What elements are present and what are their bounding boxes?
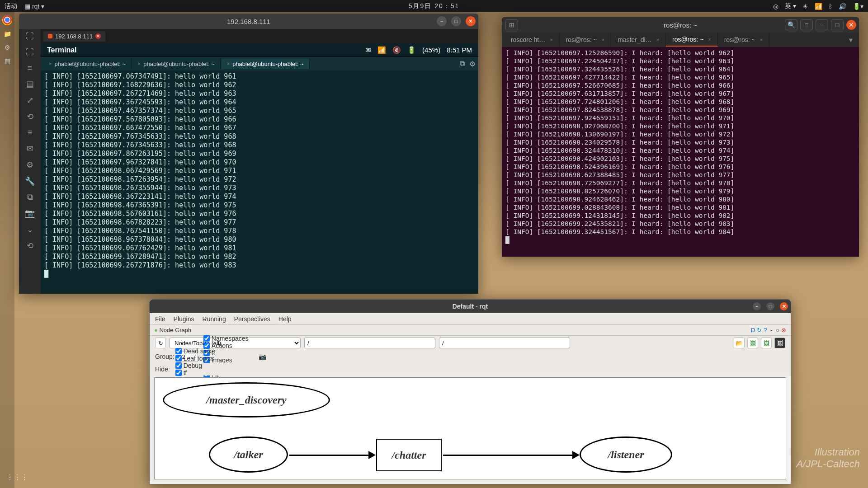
- terminal-tab[interactable]: ros@ros: ~×: [560, 33, 612, 46]
- link-icon[interactable]: ⟲: [27, 241, 33, 251]
- close-plugin-icon[interactable]: ⊗: [781, 327, 786, 333]
- minimize-button[interactable]: −: [816, 19, 828, 30]
- window-title: 192.168.8.111: [227, 18, 270, 25]
- terminal-tab[interactable]: ×phablet@ubuntu-phablet: ~: [43, 59, 132, 69]
- menu-running[interactable]: Running: [203, 315, 226, 323]
- layers-icon[interactable]: ▤: [26, 79, 34, 89]
- arrow-head-icon: [368, 451, 376, 459]
- gear-icon[interactable]: ⚙: [469, 60, 476, 68]
- close-button[interactable]: ✕: [466, 16, 476, 26]
- terminal-tabs: roscore ht…×ros@ros: ~×master_di…×ros@ro…: [502, 33, 859, 47]
- maximize-button[interactable]: □: [831, 19, 844, 30]
- terminal-output[interactable]: [ INFO] [1652100697.067347491]: hello wo…: [41, 70, 478, 294]
- wifi-icon[interactable]: 📶: [377, 46, 386, 54]
- reload-icon[interactable]: ↻: [757, 327, 762, 333]
- resize-icon[interactable]: ⤢: [27, 95, 33, 105]
- minimize-button[interactable]: −: [753, 302, 761, 310]
- new-tab-button[interactable]: ⊞: [505, 19, 518, 30]
- editor-tabs: 192.168.8.111 ✕: [41, 29, 478, 43]
- checkbox-dead-sinks[interactable]: Dead sinks: [175, 347, 219, 355]
- app-chrome[interactable]: [1, 14, 14, 27]
- copy-icon[interactable]: ⧉: [460, 60, 465, 68]
- search-button[interactable]: 🔍: [785, 19, 797, 30]
- image-icon[interactable]: 🖼: [761, 338, 772, 348]
- close-button[interactable]: ✕: [780, 302, 788, 310]
- close-tab-icon[interactable]: ✕: [95, 33, 101, 39]
- fullscreen-icon[interactable]: ⛶: [26, 47, 34, 57]
- menu-plugins[interactable]: Plugins: [174, 315, 194, 323]
- menu-perspectives[interactable]: Perspectives: [234, 315, 270, 323]
- node-talker[interactable]: /talker: [209, 436, 288, 473]
- close-button[interactable]: ✕: [846, 20, 856, 30]
- node-listener[interactable]: /listener: [580, 436, 672, 473]
- topic-chatter[interactable]: /chatter: [376, 439, 442, 471]
- d-icon[interactable]: D: [751, 327, 755, 333]
- graph-canvas[interactable]: /master_discovery /talker /chatter /list…: [154, 377, 786, 479]
- wrench-icon[interactable]: 🔧: [25, 176, 35, 186]
- input-method[interactable]: 英 ▾: [785, 2, 796, 10]
- open-icon[interactable]: 📂: [734, 338, 745, 348]
- minimize-button[interactable]: −: [437, 16, 447, 26]
- refresh-button[interactable]: ↻: [155, 338, 166, 348]
- maximize-button[interactable]: □: [451, 16, 461, 26]
- volume-mute-icon[interactable]: 🔇: [392, 46, 401, 54]
- menu-file[interactable]: File: [155, 315, 165, 323]
- titlebar[interactable]: ⊞ ros@ros: ~ 🔍 ≡ − □ ✕: [502, 17, 859, 33]
- battery-icon[interactable]: 🔋▾: [853, 3, 863, 10]
- terminal-tab[interactable]: ros@ros: ~×: [718, 33, 770, 46]
- app-item[interactable]: ⚙: [1, 41, 14, 54]
- mail-icon[interactable]: ✉: [365, 46, 371, 54]
- accessibility-icon[interactable]: ◎: [773, 3, 778, 10]
- group-label: Group:: [155, 353, 175, 360]
- copy-icon[interactable]: ⧉: [27, 192, 33, 202]
- edge-chatter-listener: [443, 455, 572, 456]
- activity-bar: ⛶ ⛶ ≡ ▤ ⤢ ⟲ ≡ ✉ ⚙ 🔧 ⧉ 📷 ⌄ ⟲: [19, 29, 41, 294]
- bluetooth-icon[interactable]: ᛒ: [829, 3, 832, 10]
- collapse-icon[interactable]: ○: [776, 327, 779, 333]
- checkbox-namespaces[interactable]: Namespaces: [203, 335, 249, 342]
- tab-label: 192.168.8.111: [55, 33, 93, 40]
- battery-icon[interactable]: 🔋: [407, 46, 416, 54]
- chevron-down-icon[interactable]: ⌄: [27, 225, 33, 235]
- app-menu[interactable]: ▦ rqt ▾: [24, 3, 44, 10]
- dark-icon[interactable]: 🖼: [774, 338, 785, 348]
- brightness-icon[interactable]: ☀: [802, 3, 808, 10]
- clock[interactable]: 5月9日 20：51: [409, 2, 460, 10]
- plugin-name: Node Graph: [159, 327, 191, 333]
- activities-button[interactable]: 活动: [5, 2, 17, 10]
- app-item[interactable]: ▦: [1, 55, 14, 67]
- maximize-button[interactable]: □: [766, 302, 774, 310]
- checkbox-leaf-topics[interactable]: Leaf topics: [175, 355, 219, 362]
- tabs-dropdown-icon[interactable]: ▾: [845, 36, 856, 44]
- menu-help[interactable]: Help: [278, 315, 292, 323]
- checkbox-tf[interactable]: tf: [175, 369, 219, 376]
- gear-icon[interactable]: ⚙: [26, 160, 33, 170]
- mail-icon[interactable]: ✉: [27, 144, 33, 154]
- show-apps-icon[interactable]: ⋮⋮⋮: [6, 473, 28, 482]
- app-item[interactable]: 📁: [1, 28, 14, 40]
- snapshot-button[interactable]: 📷: [259, 353, 266, 360]
- wifi-icon[interactable]: 📶: [815, 3, 822, 10]
- titlebar[interactable]: Default - rqt − □ ✕: [150, 300, 791, 313]
- node-master-discovery[interactable]: /master_discovery: [163, 382, 330, 418]
- node-filter-input[interactable]: [439, 338, 570, 348]
- terminal-tab[interactable]: roscore ht…×: [505, 33, 560, 46]
- menu-button[interactable]: ≡: [800, 19, 813, 30]
- terminal-tab[interactable]: ros@ros: ~×: [666, 33, 718, 47]
- save-icon[interactable]: 🖼: [747, 338, 758, 348]
- expand-icon[interactable]: ⛶: [26, 32, 34, 41]
- terminal-tab[interactable]: ×phablet@ubuntu-phablet: ~: [132, 59, 221, 69]
- list-icon[interactable]: ≡: [28, 128, 33, 137]
- help-icon[interactable]: ?: [764, 327, 767, 333]
- checkbox-debug[interactable]: Debug: [175, 362, 219, 369]
- titlebar[interactable]: 192.168.8.111 − □ ✕: [19, 14, 478, 29]
- terminal-tab[interactable]: master_di…×: [611, 33, 666, 46]
- editor-tab[interactable]: 192.168.8.111 ✕: [43, 31, 105, 42]
- camera-icon[interactable]: 📷: [25, 208, 35, 218]
- topic-filter-input[interactable]: [304, 338, 435, 348]
- terminal-output[interactable]: [ INFO] [1652100697.125286590]: I heard:…: [502, 47, 859, 257]
- terminal-tab[interactable]: ×phablet@ubuntu-phablet: ~: [222, 59, 310, 69]
- menu-icon[interactable]: ≡: [28, 63, 33, 73]
- shuffle-icon[interactable]: ⟲: [27, 112, 33, 122]
- volume-icon[interactable]: 🔊: [839, 3, 846, 10]
